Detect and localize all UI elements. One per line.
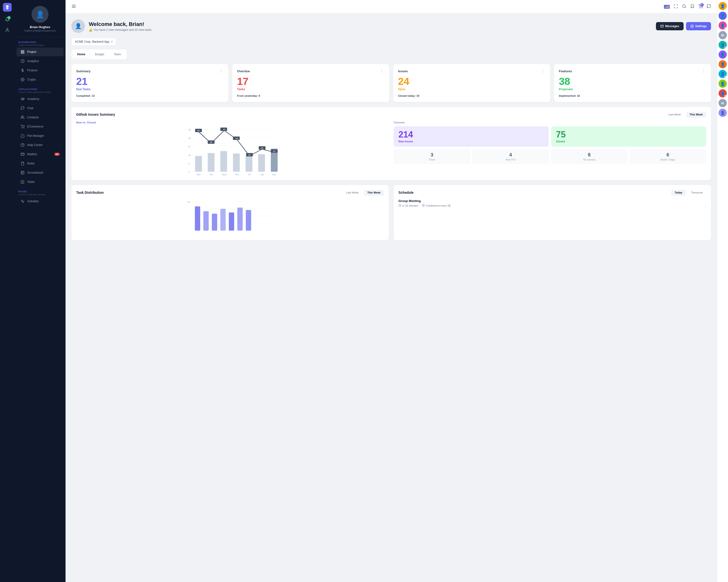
right-user-1[interactable]: 👤: [719, 2, 727, 10]
tab-budget[interactable]: Budget: [90, 51, 108, 58]
svg-point-77: [423, 205, 424, 206]
right-user-8[interactable]: 👤: [719, 70, 727, 78]
svg-text:34: 34: [236, 137, 238, 140]
fullscreen-button[interactable]: [674, 4, 678, 9]
messages-button[interactable]: [707, 4, 711, 9]
svg-text:25: 25: [261, 147, 263, 149]
topbar: 🇺🇸 5: [66, 0, 717, 13]
svg-text:22: 22: [273, 150, 276, 153]
task-distribution-title: Task Distribution: [76, 191, 104, 194]
search-button[interactable]: [682, 4, 686, 9]
applications-section-title: APPLICATIONS: [19, 88, 62, 90]
svg-rect-2: [23, 51, 24, 52]
card-summary-label: Due Tasks: [76, 87, 224, 91]
task-bar-chart: 40: [76, 199, 384, 233]
activities-label: Activities: [27, 200, 38, 203]
right-user-2[interactable]: 👤: [719, 11, 727, 20]
right-user-9[interactable]: 👤: [719, 80, 727, 88]
analytics-label: Analytics: [27, 59, 39, 63]
task-this-week-btn[interactable]: This Week: [364, 190, 384, 195]
meeting-arrow-icon[interactable]: ›: [705, 204, 706, 207]
right-user-5[interactable]: 👤: [719, 41, 727, 49]
svg-rect-74: [237, 207, 243, 231]
right-user-10[interactable]: 👤: [719, 89, 727, 98]
sidebar-item-project[interactable]: Project: [17, 48, 63, 56]
task-chart-container: 40: [76, 199, 384, 235]
github-last-week-btn[interactable]: Last Week: [665, 112, 684, 117]
crypto-label: Crypto: [27, 78, 36, 81]
sidebar-item-contacts[interactable]: Contacts: [17, 113, 63, 122]
svg-rect-36: [195, 156, 202, 172]
sidebar-item-activities[interactable]: Activities: [17, 197, 63, 206]
welcome-actions: Messages Settings: [656, 22, 711, 30]
task-period-buttons: Last Week This Week: [343, 190, 384, 195]
notifications-button[interactable]: 3: [3, 16, 11, 24]
academy-label: Academy: [27, 97, 39, 101]
sidebar-item-mailbox[interactable]: Mailbox 27: [17, 150, 63, 159]
dashboards-section-title: DASHBOARDS: [19, 41, 62, 44]
right-user-6[interactable]: 👤: [719, 51, 727, 59]
card-overdue-menu[interactable]: ⋮: [380, 69, 384, 74]
svg-text:Wed: Wed: [222, 173, 227, 175]
schedule-today-btn[interactable]: Today: [671, 190, 686, 195]
right-user-3[interactable]: 👤: [719, 21, 727, 30]
schedule-tomorrow-btn[interactable]: Tomorrow: [688, 190, 706, 195]
svg-point-8: [21, 116, 23, 117]
svg-text:Sat: Sat: [260, 173, 264, 175]
github-period-buttons: Last Week This Week: [665, 112, 706, 117]
bookmark-button[interactable]: [690, 4, 695, 9]
svg-text:Tue: Tue: [209, 173, 213, 175]
pages-section-subtitle: Custom made page designs: [19, 193, 62, 196]
svg-text:40: 40: [188, 201, 190, 203]
github-this-week-btn[interactable]: This Week: [686, 112, 706, 117]
cart-badge: 5: [700, 3, 704, 6]
sidebar-item-ecommerce[interactable]: ECommerce ›: [17, 122, 63, 131]
app-logo[interactable]: [3, 3, 11, 11]
right-user-4[interactable]: M: [719, 31, 727, 39]
sidebar-item-crypto[interactable]: Crypto: [17, 75, 63, 84]
task-last-week-btn[interactable]: Last Week: [343, 190, 362, 195]
card-overdue-footer: From yesterday: 9: [237, 94, 384, 97]
icon-bar: 3: [0, 0, 15, 582]
sidebar-profile: 👤 Brian Hughes hughes.brian@company.com: [15, 0, 66, 37]
right-user-12[interactable]: 👤: [719, 109, 727, 117]
schedule-title: Schedule: [398, 191, 414, 194]
tab-home[interactable]: Home: [73, 51, 89, 58]
line-bar-chart: 45 36 27 18 9 0: [76, 127, 389, 175]
card-issues-menu[interactable]: ⋮: [541, 69, 545, 74]
svg-rect-73: [229, 213, 234, 231]
profile-email: hughes.brian@company.com: [24, 29, 56, 32]
language-selector[interactable]: 🇺🇸: [664, 5, 670, 9]
right-user-7[interactable]: 👤: [719, 60, 727, 68]
card-features-title: Features: [559, 70, 572, 73]
bell-icon: 🔔: [89, 28, 93, 31]
mailbox-icon: [20, 152, 25, 157]
sidebar-item-scrumboard[interactable]: Scrumboard: [17, 168, 63, 177]
user-button[interactable]: [3, 26, 11, 35]
right-user-11[interactable]: M: [719, 99, 727, 107]
reopened-card: 8 Re-opened: [551, 149, 627, 164]
new-issues-label: New Issues: [398, 140, 544, 143]
right-users-panel: 👤 👤 👤 M 👤 👤 👤 👤 👤 👤 M 👤: [717, 0, 728, 582]
settings-action-button[interactable]: Settings: [686, 22, 711, 30]
sidebar-item-tasks[interactable]: Tasks: [17, 177, 63, 186]
messages-action-button[interactable]: Messages: [656, 22, 683, 30]
sidebar-item-helpcenter[interactable]: Help Center ›: [17, 141, 63, 149]
card-summary-menu[interactable]: ⋮: [219, 69, 224, 74]
sidebar-item-chat[interactable]: Chat: [17, 104, 63, 113]
ecommerce-label: ECommerce: [27, 125, 44, 128]
wontfix-label: Won't Fix: [475, 158, 546, 161]
card-features-menu[interactable]: ⋮: [702, 69, 706, 74]
closed-issues-label: Closed: [556, 140, 701, 143]
sidebar-item-notes[interactable]: Notes: [17, 159, 63, 168]
menu-button[interactable]: [71, 4, 76, 10]
svg-text:0: 0: [188, 171, 189, 173]
schedule-card: Schedule Today Tomorrow Group Meeting in…: [394, 185, 711, 240]
cart-button[interactable]: 5: [698, 4, 703, 9]
sidebar-item-finance[interactable]: Finance: [17, 66, 63, 75]
sidebar-item-analytics[interactable]: Analytics: [17, 57, 63, 65]
project-selector[interactable]: ACME Corp. Backend App ▾: [71, 38, 116, 46]
sidebar-item-academy[interactable]: Academy: [17, 94, 63, 103]
tab-team[interactable]: Team: [109, 51, 125, 58]
sidebar-item-filemanager[interactable]: File Manager: [17, 132, 63, 140]
